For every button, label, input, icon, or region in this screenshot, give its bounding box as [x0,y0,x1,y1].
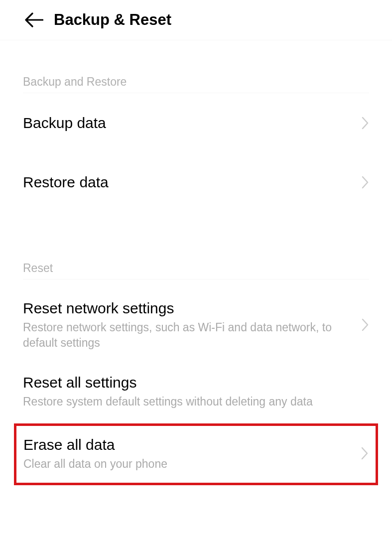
section-header-backup: Backup and Restore [23,40,369,93]
reset-network-item[interactable]: Reset network settings Restore network s… [23,279,369,362]
list-item-subtitle: Clear all data on your phone [23,456,355,472]
page-header: Backup & Reset [0,0,392,40]
erase-all-data-highlight: Erase all data Clear all data on your ph… [14,423,378,485]
page-title: Backup & Reset [54,11,171,29]
list-item-title: Backup data [23,113,355,133]
restore-data-item[interactable]: Restore data [23,152,369,212]
list-item-title: Reset network settings [23,298,355,318]
list-item-title: Erase all data [23,435,355,454]
section-header-reset: Reset [23,227,369,279]
chevron-right-icon [361,175,369,189]
list-item-subtitle: Restore system default settings without … [23,394,369,409]
reset-all-settings-item[interactable]: Reset all settings Restore system defaul… [23,362,369,420]
list-item-title: Reset all settings [23,373,369,392]
erase-all-data-item[interactable]: Erase all data Clear all data on your ph… [23,426,369,483]
list-item-subtitle: Restore network settings, such as Wi-Fi … [23,320,355,351]
chevron-right-icon [361,116,369,130]
chevron-right-icon [361,318,369,332]
arrow-left-icon [24,12,43,27]
chevron-right-icon [361,446,369,460]
back-button[interactable] [24,10,44,30]
backup-data-item[interactable]: Backup data [23,93,369,152]
list-item-title: Restore data [23,172,355,192]
